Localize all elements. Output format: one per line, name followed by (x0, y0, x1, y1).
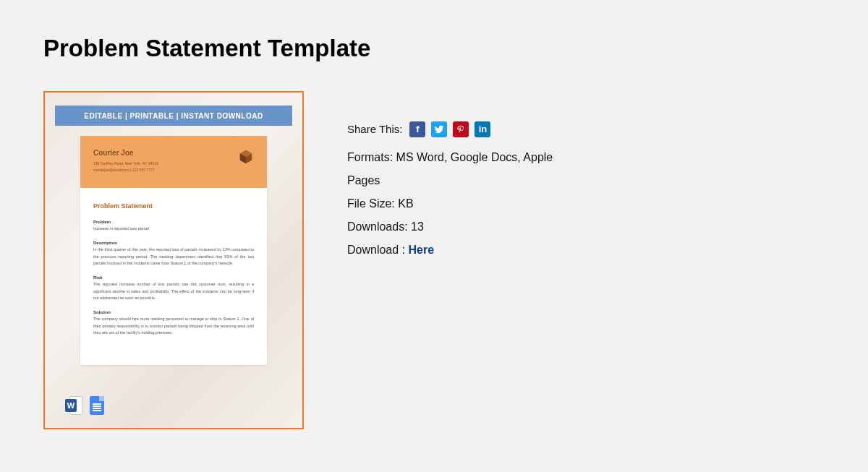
pinterest-icon[interactable] (453, 121, 469, 137)
doc-contact: courierjoe@email.com | 222 555 7777 (93, 168, 254, 172)
google-docs-icon (90, 396, 107, 415)
page-title: Problem Statement Template (0, 0, 868, 62)
doc-brand: Courier Joe (93, 149, 254, 157)
content-row: EDITABLE | PRINTABLE | INSTANT DOWNLOAD … (0, 62, 868, 429)
doc-header: Courier Joe 139 Godfrey Road, New York, … (80, 136, 267, 188)
filesize-value: KB (398, 197, 413, 210)
info-column: Share This: f in Formats: MS Word, Googl… (347, 91, 579, 262)
doc-address: 139 Godfrey Road, New York, NY 10013 (93, 161, 254, 166)
file-format-icons: W (65, 396, 107, 415)
download-link[interactable]: Here (409, 244, 435, 256)
section-problem: Problem Increase in reported loss parcel (93, 220, 254, 232)
section-text: The reported increase number of lost par… (93, 281, 254, 301)
downloads-label: Downloads: (347, 220, 411, 233)
share-label: Share This: (347, 119, 402, 140)
formats-row: Formats: MS Word, Google Docs, Apple Pag… (347, 146, 579, 192)
downloads-value: 13 (411, 220, 424, 233)
downloads-row: Downloads: 13 (347, 215, 579, 239)
package-icon (238, 149, 254, 165)
section-risk: Risk The reported increase number of los… (93, 275, 254, 301)
section-text: The company should hire more tracking pe… (93, 316, 254, 336)
section-title: Problem (93, 220, 254, 224)
section-solution: Solution The company should hire more tr… (93, 310, 254, 336)
linkedin-icon[interactable]: in (475, 121, 490, 137)
doc-title: Problem Statement (93, 202, 254, 210)
ms-word-icon: W (65, 396, 82, 415)
preview-banner: EDITABLE | PRINTABLE | INSTANT DOWNLOAD (55, 106, 292, 126)
section-title: Description (93, 241, 254, 245)
preview-document: Courier Joe 139 Godfrey Road, New York, … (80, 136, 267, 365)
section-text: In the third quarter of this year, the r… (93, 246, 254, 267)
twitter-icon[interactable] (431, 121, 447, 137)
formats-label: Formats: (347, 151, 396, 163)
template-preview[interactable]: EDITABLE | PRINTABLE | INSTANT DOWNLOAD … (43, 91, 304, 429)
facebook-icon[interactable]: f (409, 121, 425, 137)
doc-body: Problem Statement Problem Increase in re… (80, 188, 267, 365)
download-row: Download : Here (347, 239, 579, 262)
filesize-row: File Size: KB (347, 192, 579, 215)
section-title: Risk (93, 275, 254, 280)
section-description: Description In the third quarter of this… (93, 241, 254, 267)
download-label: Download : (347, 244, 409, 256)
section-title: Solution (93, 310, 254, 314)
share-row: Share This: f in (347, 119, 579, 140)
filesize-label: File Size: (347, 197, 398, 210)
section-text: Increase in reported loss parcel (93, 226, 254, 232)
